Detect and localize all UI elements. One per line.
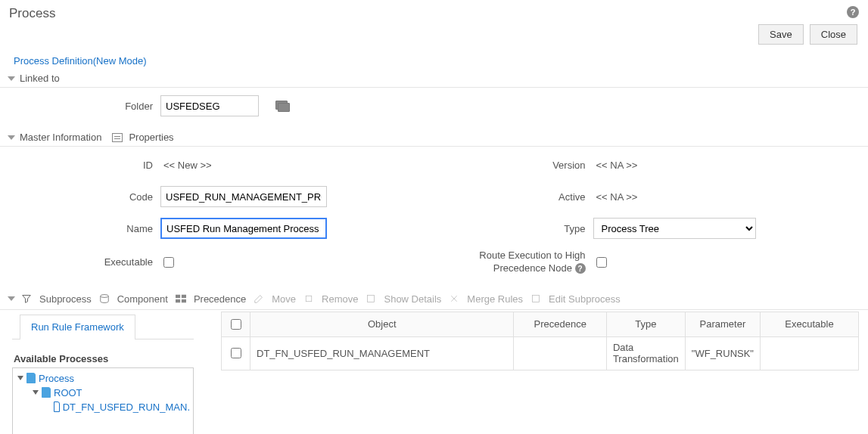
properties-label[interactable]: Properties <box>129 132 173 143</box>
file-icon <box>26 373 36 383</box>
svg-rect-1 <box>176 295 180 298</box>
object-grid: Object Precedence Type Parameter Executa… <box>221 312 859 370</box>
chevron-down-icon[interactable] <box>8 296 15 301</box>
cylinder-icon <box>99 293 110 304</box>
tree-node-process[interactable]: Process <box>16 371 190 386</box>
code-label: Code <box>9 191 160 203</box>
svg-rect-3 <box>176 299 180 302</box>
svg-rect-4 <box>182 299 186 302</box>
tree-node-root[interactable]: ROOT <box>16 386 190 400</box>
col-object: Object <box>250 312 514 336</box>
cell-parameter: "WF_RUNSK" <box>685 336 760 370</box>
page-title: Process <box>9 6 55 21</box>
merge-rules-tool: Merge Rules <box>464 292 526 306</box>
executable-label: Executable <box>9 256 160 268</box>
folder-input[interactable] <box>160 95 259 116</box>
available-processes-heading: Available Processes <box>14 353 194 364</box>
type-label: Type <box>442 223 593 234</box>
file-icon <box>42 387 51 398</box>
merge-icon <box>449 293 459 304</box>
edit-subprocess-tool: Edit Subprocess <box>546 292 624 306</box>
process-tree[interactable]: Process ROOT DT_FN_USFED_RUN_MAN. <box>12 367 194 434</box>
grid-icon <box>176 293 186 304</box>
version-value: << NA >> <box>593 160 638 171</box>
show-details-tool: Show Details <box>381 292 444 306</box>
tree-expand-icon[interactable] <box>17 376 23 380</box>
remove-icon <box>303 293 314 304</box>
svg-rect-2 <box>182 295 186 298</box>
name-input[interactable] <box>160 218 327 239</box>
cell-object: DT_FN_USFED_RUN_MANAGEMENT <box>250 336 514 370</box>
chevron-down-icon[interactable] <box>8 76 15 81</box>
executable-checkbox[interactable] <box>163 257 174 268</box>
close-button[interactable]: Close <box>810 24 857 45</box>
file-icon <box>54 401 60 412</box>
id-label: ID <box>9 160 160 171</box>
active-value: << NA >> <box>593 191 638 203</box>
route-checkbox[interactable] <box>596 257 607 268</box>
filter-icon[interactable] <box>21 293 32 304</box>
tree-label: DT_FN_USFED_RUN_MAN. <box>63 401 190 413</box>
tree-expand-icon[interactable] <box>33 390 39 395</box>
active-label: Active <box>442 191 593 203</box>
type-select[interactable]: Process Tree <box>593 218 756 239</box>
tree-label: Process <box>39 373 74 384</box>
component-tool[interactable]: Component <box>114 292 171 306</box>
cell-precedence <box>514 336 606 370</box>
name-label: Name <box>9 223 160 234</box>
cell-type: Data Transformation <box>606 336 685 370</box>
edit-icon <box>254 293 264 304</box>
process-definition-link[interactable]: Process Definition(New Mode) <box>0 52 868 71</box>
version-label: Version <box>442 160 593 171</box>
col-precedence: Precedence <box>514 312 606 336</box>
route-help-icon[interactable]: ? <box>575 263 586 274</box>
row-checkbox[interactable] <box>231 348 241 358</box>
tab-run-rule-framework[interactable]: Run Rule Framework <box>20 315 135 340</box>
tree-label: ROOT <box>54 387 82 398</box>
col-type: Type <box>606 312 685 336</box>
details-icon <box>366 293 376 304</box>
grid-checkall[interactable] <box>231 319 241 330</box>
col-parameter: Parameter <box>685 312 760 336</box>
folder-browse-icon[interactable] <box>275 101 288 111</box>
section-master-info: Master Information <box>20 132 101 143</box>
svg-rect-7 <box>533 296 540 302</box>
cell-executable <box>761 336 859 370</box>
help-icon[interactable]: ? <box>847 6 859 18</box>
subprocess-tool[interactable]: Subprocess <box>36 292 95 306</box>
svg-rect-6 <box>368 296 375 302</box>
route-label: Route Execution to High Precedence Node <box>479 250 585 274</box>
svg-rect-5 <box>306 296 312 302</box>
section-linked-to: Linked to <box>20 73 60 84</box>
precedence-tool[interactable]: Precedence <box>191 292 249 306</box>
col-executable: Executable <box>761 312 859 336</box>
tree-node-leaf[interactable]: DT_FN_USFED_RUN_MAN. <box>16 400 190 414</box>
code-input[interactable] <box>160 186 327 207</box>
svg-point-0 <box>100 295 108 298</box>
folder-label: Folder <box>9 101 160 112</box>
move-tool: Move <box>269 292 299 306</box>
edit-sub-icon <box>530 293 541 304</box>
chevron-down-icon[interactable] <box>8 135 15 140</box>
properties-icon[interactable] <box>112 133 123 142</box>
remove-tool: Remove <box>319 292 361 306</box>
save-button[interactable]: Save <box>758 24 804 45</box>
table-row[interactable]: DT_FN_USFED_RUN_MANAGEMENT Data Transfor… <box>222 336 859 370</box>
id-value: << New >> <box>160 160 212 171</box>
